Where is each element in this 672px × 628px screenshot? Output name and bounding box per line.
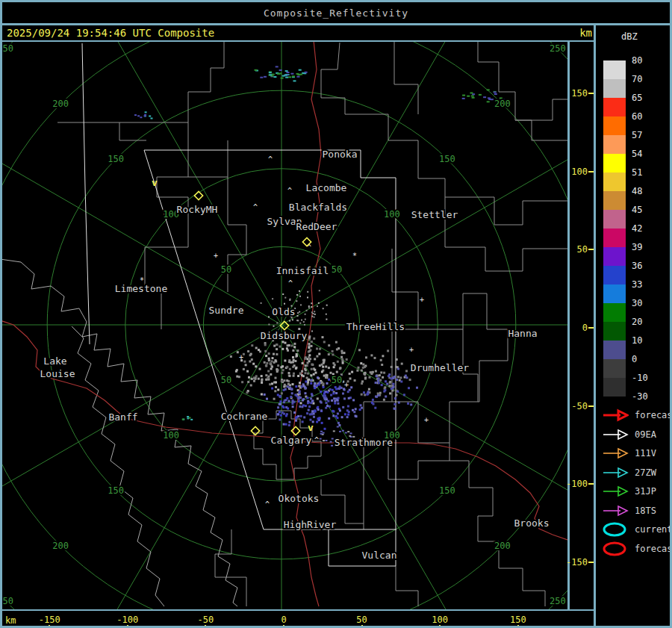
city-label: Hanna [508,328,537,339]
svg-text:250: 250 [2,596,13,606]
legend-row-27ZW: 27ZW [602,464,656,482]
legend-label: 31JP [635,486,656,497]
track-arrow-icon [602,445,629,461]
track-arrow-icon [602,407,629,423]
dbz-scale-value: 65 [632,93,642,103]
y-axis-tick [588,483,594,485]
svg-text:250: 250 [550,596,566,606]
legend-label: 09EA [635,429,656,440]
svg-text:^: ^ [287,187,292,195]
svg-text:^: ^ [268,155,273,164]
dbz-scale-value: 54 [632,149,642,159]
x-axis-tick-label: 50 [356,615,367,625]
track-arrow-icon [602,503,629,519]
timestamp-label: 2025/09/24 19:54:46 UTC Composite [7,27,214,39]
dbz-scale-value: -30 [632,391,648,402]
dbz-color-swatch [603,135,626,154]
svg-text:^: ^ [314,436,319,444]
dbz-color-swatch [603,341,626,359]
x-axis-unit-label: km [5,615,16,626]
svg-text:^: ^ [265,500,270,509]
legend-label: 18TS [635,506,656,516]
svg-text:^: ^ [288,279,293,287]
x-axis: km -150-100-50050100150 [2,609,594,628]
city-label: ThreeHills [346,321,405,332]
svg-text:50: 50 [332,264,342,275]
legend-label: current [635,524,672,535]
city-label: HighRiver [284,519,337,530]
city-label: Vulcan [362,550,397,561]
city-label: Drumheller [411,362,469,373]
city-label: Okotoks [279,493,320,504]
track-arrow-icon [602,464,629,481]
city-label: Banff [108,411,137,423]
svg-text:100: 100 [384,209,400,220]
legend-label: forecast [635,544,672,554]
dbz-scale-value: -10 [632,373,648,383]
svg-text:+: + [424,416,429,424]
x-axis-tick-label: 100 [432,615,448,625]
dbz-color-swatch [603,210,626,228]
window-title: Composite_Reflectivity [264,7,408,19]
city-label: Blackfalds [289,202,347,213]
legend-label: 27ZW [635,467,656,478]
svg-text:250: 250 [2,43,13,54]
dbz-scale-value: 45 [632,205,642,215]
svg-text:50: 50 [221,264,231,275]
dbz-color-swatch [603,285,626,303]
radar-map-canvas[interactable]: 5050505010010010010015015015015020020020… [2,42,567,609]
color-scale-panel: dBZ 807065605754514845423936333020100-10… [596,25,670,628]
legend-row-forecast: forecast [602,540,672,558]
x-axis-tick [49,625,50,628]
dbz-scale-value: 39 [632,242,642,252]
x-axis-tick [283,625,284,628]
x-axis-tick [439,625,441,628]
svg-text:200: 200 [52,99,69,109]
y-axis-unit-label: km [573,27,592,39]
svg-text:200: 200 [52,541,69,551]
x-axis-tick-label: -150 [39,615,60,625]
y-axis: 150100500-50-100-150 [570,40,594,611]
area-ellipse-icon [602,521,629,538]
dbz-color-swatch [603,98,626,116]
city-labels: PonokaLacombeBlackfaldsSylvanRedDeerInni… [40,149,550,561]
y-axis-tick [588,93,594,94]
dbz-scale-value: 80 [632,55,642,66]
dbz-scale-value: 57 [632,130,642,140]
svg-text:200: 200 [494,541,511,551]
legend-row-current: current [602,520,672,538]
legend-row-09EA: 09EA [602,426,656,444]
svg-text:+: + [239,353,243,361]
svg-text:200: 200 [494,99,511,109]
city-label: Lacombe [306,182,347,193]
svg-text:v: v [152,177,158,188]
status-bar: 2025/09/24 19:54:46 UTC Composite km [2,25,594,40]
x-axis-tick-label: -100 [116,615,138,625]
city-label: Brooks [514,517,550,529]
city-label: Strathmore [335,437,393,448]
y-axis-tick [588,562,594,563]
svg-text:+: + [409,346,414,354]
x-axis-tick-label: 0 [281,615,286,625]
city-label: Stettler [411,209,458,220]
svg-text:*: * [140,276,144,285]
radar-map-viewport[interactable]: 5050505010010010010015015015015020020020… [2,40,570,609]
legend-row-forecast: forecast [602,406,672,424]
city-label: Louise [40,368,75,379]
svg-text:250: 250 [550,43,566,54]
city-label: Limestone [115,283,168,294]
city-label: Calgary [271,435,312,446]
legend-label: forecast [635,410,672,420]
x-axis-tick [205,625,206,628]
area-ellipse-icon [602,541,629,557]
scale-unit-label: dBZ [621,31,638,42]
x-axis-tick-label: 150 [510,615,526,625]
dbz-color-swatch [603,79,626,98]
dbz-scale-value: 42 [632,223,642,234]
dbz-scale-value: 70 [632,74,642,84]
city-label: Cochrane [221,411,268,422]
city-label: Olds [272,306,295,317]
dbz-color-swatch [603,116,626,135]
svg-text:150: 150 [108,485,124,496]
dbz-scale-value: 48 [632,186,642,196]
